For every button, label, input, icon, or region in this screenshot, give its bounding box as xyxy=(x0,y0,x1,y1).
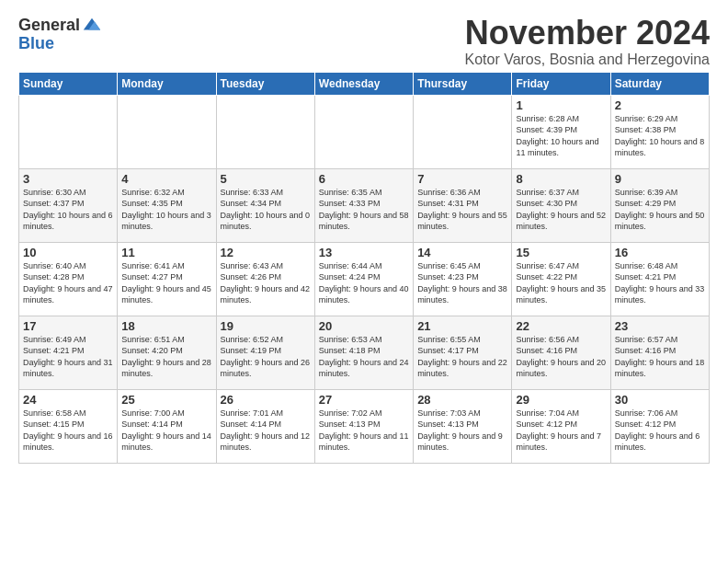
header: General Blue November 2024 Kotor Varos, … xyxy=(18,15,710,68)
header-tuesday: Tuesday xyxy=(216,72,314,95)
day-number: 19 xyxy=(221,319,311,333)
cell-info: Sunrise: 6:28 AM Sunset: 4:39 PM Dayligh… xyxy=(516,113,606,159)
day-number: 22 xyxy=(516,319,606,333)
logo: General Blue xyxy=(18,15,102,52)
day-number: 16 xyxy=(615,246,705,259)
day-number: 18 xyxy=(121,319,211,333)
cell-info: Sunrise: 6:41 AM Sunset: 4:27 PM Dayligh… xyxy=(121,260,211,306)
cell-info: Sunrise: 6:30 AM Sunset: 4:37 PM Dayligh… xyxy=(23,187,113,233)
calendar-cell: 12Sunrise: 6:43 AM Sunset: 4:26 PM Dayli… xyxy=(216,242,314,316)
cell-info: Sunrise: 6:44 AM Sunset: 4:24 PM Dayligh… xyxy=(319,260,409,306)
calendar-cell xyxy=(19,95,118,168)
day-number: 20 xyxy=(319,319,409,333)
cell-info: Sunrise: 7:03 AM Sunset: 4:13 PM Dayligh… xyxy=(417,408,507,454)
day-number: 29 xyxy=(516,393,606,407)
day-number: 13 xyxy=(319,246,409,259)
day-number: 1 xyxy=(516,98,606,112)
day-number: 7 xyxy=(417,172,507,186)
header-monday: Monday xyxy=(118,72,216,95)
header-wednesday: Wednesday xyxy=(314,72,413,95)
cell-info: Sunrise: 6:53 AM Sunset: 4:18 PM Dayligh… xyxy=(319,334,409,380)
calendar-cell: 17Sunrise: 6:49 AM Sunset: 4:21 PM Dayli… xyxy=(19,316,118,389)
calendar-cell: 16Sunrise: 6:48 AM Sunset: 4:21 PM Dayli… xyxy=(610,242,709,316)
cell-info: Sunrise: 6:45 AM Sunset: 4:23 PM Dayligh… xyxy=(417,260,507,306)
cell-info: Sunrise: 6:58 AM Sunset: 4:15 PM Dayligh… xyxy=(23,408,113,454)
day-number: 28 xyxy=(417,393,507,407)
cell-info: Sunrise: 6:43 AM Sunset: 4:26 PM Dayligh… xyxy=(221,260,311,306)
day-number: 23 xyxy=(615,319,705,333)
header-saturday: Saturday xyxy=(610,72,709,95)
cell-info: Sunrise: 6:57 AM Sunset: 4:16 PM Dayligh… xyxy=(615,334,705,380)
calendar-cell: 13Sunrise: 6:44 AM Sunset: 4:24 PM Dayli… xyxy=(314,242,413,316)
cell-info: Sunrise: 6:51 AM Sunset: 4:20 PM Dayligh… xyxy=(121,334,211,380)
day-number: 6 xyxy=(319,172,409,186)
calendar-cell: 9Sunrise: 6:39 AM Sunset: 4:29 PM Daylig… xyxy=(610,168,709,242)
calendar-cell xyxy=(414,95,512,168)
cell-info: Sunrise: 6:52 AM Sunset: 4:19 PM Dayligh… xyxy=(221,334,311,380)
calendar-cell: 29Sunrise: 7:04 AM Sunset: 4:12 PM Dayli… xyxy=(512,389,610,463)
header-thursday: Thursday xyxy=(414,72,512,95)
day-number: 30 xyxy=(615,393,705,407)
calendar-week-row: 1Sunrise: 6:28 AM Sunset: 4:39 PM Daylig… xyxy=(19,95,710,168)
calendar-cell: 7Sunrise: 6:36 AM Sunset: 4:31 PM Daylig… xyxy=(414,168,512,242)
calendar-cell: 10Sunrise: 6:40 AM Sunset: 4:28 PM Dayli… xyxy=(19,242,118,316)
calendar-week-row: 24Sunrise: 6:58 AM Sunset: 4:15 PM Dayli… xyxy=(19,389,710,463)
calendar-cell: 5Sunrise: 6:33 AM Sunset: 4:34 PM Daylig… xyxy=(216,168,314,242)
header-friday: Friday xyxy=(512,72,610,95)
month-title: November 2024 xyxy=(464,15,710,52)
day-number: 11 xyxy=(121,246,211,259)
calendar-cell: 1Sunrise: 6:28 AM Sunset: 4:39 PM Daylig… xyxy=(512,95,610,168)
cell-info: Sunrise: 6:36 AM Sunset: 4:31 PM Dayligh… xyxy=(417,187,507,233)
day-number: 8 xyxy=(516,172,606,186)
calendar-week-row: 3Sunrise: 6:30 AM Sunset: 4:37 PM Daylig… xyxy=(19,168,710,242)
calendar-cell: 4Sunrise: 6:32 AM Sunset: 4:35 PM Daylig… xyxy=(118,168,216,242)
calendar-cell: 26Sunrise: 7:01 AM Sunset: 4:14 PM Dayli… xyxy=(216,389,314,463)
cell-info: Sunrise: 6:55 AM Sunset: 4:17 PM Dayligh… xyxy=(417,334,507,380)
day-number: 21 xyxy=(417,319,507,333)
calendar-cell: 21Sunrise: 6:55 AM Sunset: 4:17 PM Dayli… xyxy=(414,316,512,389)
calendar-cell: 30Sunrise: 7:06 AM Sunset: 4:12 PM Dayli… xyxy=(610,389,709,463)
day-number: 25 xyxy=(121,393,211,407)
calendar-cell: 22Sunrise: 6:56 AM Sunset: 4:16 PM Dayli… xyxy=(512,316,610,389)
calendar-cell: 24Sunrise: 6:58 AM Sunset: 4:15 PM Dayli… xyxy=(19,389,118,463)
calendar-cell xyxy=(118,95,216,168)
cell-info: Sunrise: 6:33 AM Sunset: 4:34 PM Dayligh… xyxy=(221,187,311,233)
calendar-cell xyxy=(216,95,314,168)
calendar-cell: 8Sunrise: 6:37 AM Sunset: 4:30 PM Daylig… xyxy=(512,168,610,242)
day-number: 12 xyxy=(221,246,311,259)
header-sunday: Sunday xyxy=(19,72,118,95)
calendar-cell: 20Sunrise: 6:53 AM Sunset: 4:18 PM Dayli… xyxy=(314,316,413,389)
calendar-cell: 19Sunrise: 6:52 AM Sunset: 4:19 PM Dayli… xyxy=(216,316,314,389)
calendar-header-row: SundayMondayTuesdayWednesdayThursdayFrid… xyxy=(19,72,710,95)
cell-info: Sunrise: 7:04 AM Sunset: 4:12 PM Dayligh… xyxy=(516,408,606,454)
day-number: 5 xyxy=(221,172,311,186)
calendar-cell: 2Sunrise: 6:29 AM Sunset: 4:38 PM Daylig… xyxy=(610,95,709,168)
cell-info: Sunrise: 6:49 AM Sunset: 4:21 PM Dayligh… xyxy=(23,334,113,380)
cell-info: Sunrise: 6:32 AM Sunset: 4:35 PM Dayligh… xyxy=(121,187,211,233)
cell-info: Sunrise: 6:39 AM Sunset: 4:29 PM Dayligh… xyxy=(615,187,705,233)
day-number: 2 xyxy=(615,98,705,112)
cell-info: Sunrise: 7:02 AM Sunset: 4:13 PM Dayligh… xyxy=(319,408,409,454)
day-number: 26 xyxy=(221,393,311,407)
calendar-cell: 28Sunrise: 7:03 AM Sunset: 4:13 PM Dayli… xyxy=(414,389,512,463)
day-number: 4 xyxy=(121,172,211,186)
day-number: 17 xyxy=(23,319,113,333)
logo-blue: Blue xyxy=(18,34,54,52)
cell-info: Sunrise: 7:01 AM Sunset: 4:14 PM Dayligh… xyxy=(221,408,311,454)
calendar-cell: 15Sunrise: 6:47 AM Sunset: 4:22 PM Dayli… xyxy=(512,242,610,316)
title-block: November 2024 Kotor Varos, Bosnia and He… xyxy=(464,15,710,68)
day-number: 14 xyxy=(417,246,507,259)
calendar-cell: 23Sunrise: 6:57 AM Sunset: 4:16 PM Dayli… xyxy=(610,316,709,389)
cell-info: Sunrise: 6:35 AM Sunset: 4:33 PM Dayligh… xyxy=(319,187,409,233)
cell-info: Sunrise: 6:56 AM Sunset: 4:16 PM Dayligh… xyxy=(516,334,606,380)
cell-info: Sunrise: 6:40 AM Sunset: 4:28 PM Dayligh… xyxy=(23,260,113,306)
cell-info: Sunrise: 7:00 AM Sunset: 4:14 PM Dayligh… xyxy=(121,408,211,454)
cell-info: Sunrise: 7:06 AM Sunset: 4:12 PM Dayligh… xyxy=(615,408,705,454)
cell-info: Sunrise: 6:48 AM Sunset: 4:21 PM Dayligh… xyxy=(615,260,705,306)
logo-general: General xyxy=(18,17,80,33)
day-number: 3 xyxy=(23,172,113,186)
calendar-cell xyxy=(314,95,413,168)
calendar-cell: 18Sunrise: 6:51 AM Sunset: 4:20 PM Dayli… xyxy=(118,316,216,389)
day-number: 24 xyxy=(23,393,113,407)
calendar-cell: 14Sunrise: 6:45 AM Sunset: 4:23 PM Dayli… xyxy=(414,242,512,316)
